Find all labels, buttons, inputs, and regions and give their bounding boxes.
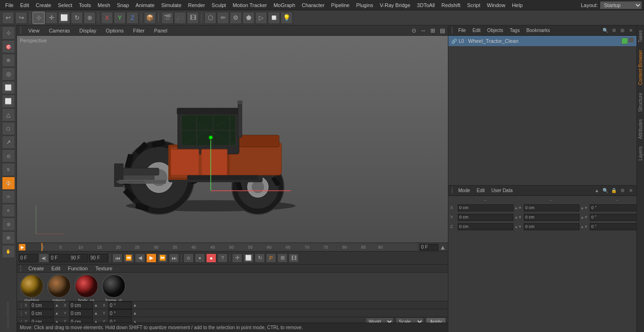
attr-y-size[interactable]: [524, 214, 579, 221]
obj-vis-toggle[interactable]: [629, 38, 634, 42]
y-rot-input[interactable]: [108, 309, 132, 317]
x-rot-input[interactable]: [108, 301, 132, 309]
obj-expand-icon[interactable]: ⊞: [619, 27, 626, 34]
tool-ring[interactable]: ◎: [2, 67, 15, 81]
attr-x-size-spin[interactable]: ▲▼: [580, 206, 589, 210]
play-btn[interactable]: ▶: [146, 253, 157, 263]
grid-transport-btn[interactable]: ⊞: [277, 253, 288, 263]
material-item-frame[interactable]: frame_vi: [101, 274, 126, 303]
attr-x-rot[interactable]: [590, 204, 644, 211]
attr-x-pos[interactable]: [458, 204, 513, 211]
tool-arrow[interactable]: ↗: [2, 136, 15, 149]
vtab-attributes[interactable]: Attributes: [637, 115, 644, 143]
object-mode-button[interactable]: 📦: [144, 12, 156, 24]
menu-animate[interactable]: Animate: [132, 1, 158, 9]
mat-tab-edit[interactable]: Edit: [50, 265, 62, 272]
layout-select[interactable]: Startup: [600, 1, 642, 9]
step-fwd-btn[interactable]: ⏩: [157, 253, 168, 263]
help-btn[interactable]: ?: [217, 253, 228, 263]
tool-stamp[interactable]: ⊙: [2, 149, 15, 162]
attr-close-icon[interactable]: ✕: [627, 187, 635, 194]
tool-grid[interactable]: ⊞: [2, 54, 15, 67]
pen-tool-button[interactable]: ✏: [217, 12, 229, 24]
select-mode-button[interactable]: ⊹: [33, 12, 45, 24]
menu-mograph[interactable]: MoGraph: [270, 1, 298, 9]
obj-search-icon[interactable]: 🔍: [602, 27, 609, 34]
z-axis-button[interactable]: Z: [126, 12, 139, 24]
obj-color-indicator[interactable]: [621, 38, 628, 44]
record-all-btn[interactable]: ●: [206, 253, 216, 263]
step-back-btn[interactable]: ⏪: [124, 253, 134, 263]
menu-sculpt[interactable]: Sculpt: [208, 1, 230, 9]
vtab-content-browser[interactable]: Content Browser: [637, 46, 644, 89]
tool-plane[interactable]: ≡: [2, 204, 15, 217]
redo-button[interactable]: ↪: [15, 12, 27, 24]
viewport-tab-options[interactable]: Options: [102, 27, 127, 34]
obj-menu-bookmarks[interactable]: Bookmarks: [524, 27, 552, 34]
menu-simulate[interactable]: Simulate: [158, 1, 185, 9]
menu-redshift[interactable]: Redshift: [438, 1, 463, 9]
attr-icon-up[interactable]: ▲: [593, 187, 601, 194]
attr-settings-icon[interactable]: ⚙: [619, 187, 626, 194]
mat-tab-create[interactable]: Create: [26, 265, 46, 272]
x-size-arrow[interactable]: ▲: [94, 303, 98, 308]
menu-tools[interactable]: Tools: [75, 1, 94, 9]
menu-file[interactable]: File: [2, 1, 17, 9]
viewport-tab-view[interactable]: View: [25, 27, 43, 34]
menu-plugins[interactable]: Plugins: [353, 1, 376, 9]
menu-character[interactable]: Character: [298, 1, 328, 9]
frame-end-input[interactable]: [69, 254, 88, 262]
attr-y-pos-spin[interactable]: ▲▼: [514, 215, 523, 219]
undo-button[interactable]: ↩: [2, 12, 14, 24]
mat-tab-function[interactable]: Function: [66, 265, 90, 272]
play-back-btn[interactable]: ◀: [135, 253, 145, 263]
viewport-tab-panel[interactable]: Panel: [150, 27, 171, 34]
obj-menu-objects[interactable]: Objects: [485, 27, 505, 34]
mat-drag-handle[interactable]: [19, 265, 23, 272]
render-settings-button[interactable]: 🎞: [187, 12, 199, 24]
x-pos-arrow[interactable]: ▲: [55, 303, 59, 308]
goto-end-btn[interactable]: ⏭: [169, 253, 179, 263]
attr-z-size-spin[interactable]: ▲▼: [580, 225, 589, 229]
record-active-btn[interactable]: ●: [195, 253, 205, 263]
attr-menu-mode[interactable]: Mode: [456, 187, 472, 194]
transform-mode-button[interactable]: ⊕: [83, 12, 96, 24]
x-axis-button[interactable]: X: [101, 12, 113, 24]
tool-hex[interactable]: ⬡: [2, 122, 15, 135]
tool-grab[interactable]: ✋: [2, 245, 15, 258]
mat-tab-texture[interactable]: Texture: [93, 265, 114, 272]
render-to-picture-button[interactable]: 🎬: [161, 12, 173, 24]
attr-z-rot[interactable]: [590, 223, 644, 230]
x-size-input[interactable]: [69, 301, 93, 309]
spline-tool-button[interactable]: ⚙: [230, 12, 242, 24]
obj-settings-icon[interactable]: ⚙: [610, 27, 618, 34]
polygon-tool-button[interactable]: ▷: [255, 12, 267, 24]
viewport-canvas[interactable]: Perspective: [17, 36, 448, 243]
y-pos-input[interactable]: [30, 309, 54, 317]
menu-pipeline[interactable]: Pipeline: [328, 1, 353, 9]
obj-menu-edit[interactable]: Edit: [470, 27, 483, 34]
camera-button[interactable]: 🔲: [268, 12, 280, 24]
table-row[interactable]: 🔗 L0 Wheel_Tractor_Clean: [448, 36, 636, 46]
tool-capsule[interactable]: ⬜: [2, 95, 15, 108]
viewport-icon-2[interactable]: ↔: [420, 27, 427, 34]
obj-menu-tags[interactable]: Tags: [507, 27, 522, 34]
timeline-start-btn[interactable]: ▶: [19, 244, 25, 251]
obj-menu-file[interactable]: File: [456, 27, 468, 34]
attr-menu-edit[interactable]: Edit: [474, 187, 487, 194]
attr-lock-icon[interactable]: 🔒: [610, 187, 618, 194]
auto-key-btn[interactable]: ⊙: [183, 253, 194, 263]
tool-move[interactable]: 🎯: [2, 40, 15, 53]
attr-menu-userdata[interactable]: User Data: [489, 187, 515, 194]
menu-script[interactable]: Script: [464, 1, 484, 9]
tool-mirror[interactable]: ⊴: [2, 218, 15, 231]
timeline-expand-btn[interactable]: ▲: [439, 243, 446, 251]
menu-3dtoall[interactable]: 3DToAll: [413, 1, 438, 9]
menu-render[interactable]: Render: [185, 1, 208, 9]
viewport-icon-1[interactable]: ⊙: [410, 27, 418, 34]
y-size-arrow[interactable]: ▲: [94, 311, 98, 316]
attr-y-pos[interactable]: [458, 214, 513, 221]
scale-tool-transport[interactable]: ⬜: [243, 253, 254, 263]
menu-window[interactable]: Window: [484, 1, 509, 9]
deform-tool-button[interactable]: ⬟: [242, 12, 255, 24]
